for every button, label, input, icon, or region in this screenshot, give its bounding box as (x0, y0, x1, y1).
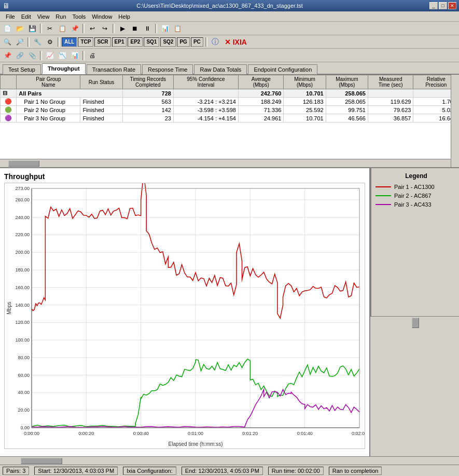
toolbar-1: 📄 📂 💾 ✂ 📋 📌 ↩ ↪ ▶ ⏹ ⏸ 📊 📋 (0, 22, 459, 35)
pair1-icon: 🔴 (1, 98, 17, 106)
btn-d[interactable]: 📈 (44, 50, 55, 61)
col-confidence: 95% ConfidenceInterval (173, 75, 238, 89)
menu-help[interactable]: Help (115, 12, 133, 21)
new-button[interactable]: 📄 (2, 23, 13, 34)
col-average: Average(Mbps) (238, 75, 284, 89)
table-row[interactable]: 🔴 Pair 1 No Group Finished 563 -3.214 : … (1, 98, 459, 106)
all-time (368, 89, 413, 98)
cut-button[interactable]: ✂ (44, 23, 55, 34)
chart-button[interactable]: 📊 (159, 23, 171, 34)
pair2-time: 79.623 (368, 106, 413, 114)
zoom-out-button[interactable]: 🔎 (14, 37, 25, 47)
start-button[interactable]: ▶ (117, 23, 128, 34)
legend-label-pair3: Pair 3 - AC433 (394, 201, 432, 208)
btn-g[interactable]: 🖨 (87, 50, 98, 61)
tab-raw-data-totals[interactable]: Raw Data Totals (194, 64, 247, 74)
btn-e[interactable]: 📉 (57, 50, 68, 61)
close-button[interactable]: ✕ (448, 2, 456, 9)
col-maximum: Maximum(Mbps) (326, 75, 368, 89)
status-bar: Pairs: 3 Start: 12/30/2013, 4:03:03 PM I… (0, 465, 459, 476)
data-table: Pair GroupName Run Status Timing Records… (0, 75, 459, 168)
v-scrollbar[interactable] (451, 75, 459, 167)
table-row[interactable]: 🟣 Pair 3 No Group Finished 23 -4.154 : +… (1, 114, 459, 123)
table-button[interactable]: 📋 (172, 23, 183, 34)
tab-endpoint-config[interactable]: Endpoint Configuration (248, 64, 317, 74)
scr-badge[interactable]: SCR (94, 37, 110, 47)
menu-tools[interactable]: Tools (69, 12, 89, 21)
pair2-icon: 🟢 (1, 106, 17, 114)
table-row-all[interactable]: ⊟ All Pairs 728 242.760 10.701 258.065 (1, 89, 459, 98)
pair1-confidence: -3.214 : +3.214 (173, 98, 238, 106)
window-controls[interactable]: _ □ ✕ (429, 2, 456, 9)
info-button[interactable]: ⓘ (210, 37, 221, 47)
btn-b[interactable]: 🔗 (14, 50, 25, 61)
tab-transaction-rate[interactable]: Transaction Rate (87, 64, 141, 74)
pause-button[interactable]: ⏸ (142, 23, 153, 34)
status-ixia: Ixia Configuration: (123, 467, 176, 475)
chart-h-scrollbar[interactable] (0, 456, 459, 465)
tab-throughput[interactable]: Throughput (42, 63, 86, 74)
menu-run[interactable]: Run (52, 12, 69, 21)
chart-area: Throughput Legend Pair 1 - AC1300 Pair 2… (0, 168, 459, 456)
menu-file[interactable]: File (3, 12, 18, 21)
legend-line-pair2 (375, 195, 391, 196)
toolbar-2: 🔍 🔎 🔧 ⚙ ALL TCP SCR EP1 EP2 SQ1 SQ2 PG P… (0, 35, 459, 49)
copy-button[interactable]: 📋 (57, 23, 68, 34)
pair1-maximum: 258.065 (326, 98, 368, 106)
table-row[interactable]: 🟢 Pair 2 No Group Finished 142 -3.598 : … (1, 106, 459, 114)
pair2-name: Pair 2 No Group (17, 106, 80, 114)
tab-test-setup[interactable]: Test Setup (3, 64, 41, 74)
menu-window[interactable]: Window (89, 12, 115, 21)
undo-button[interactable]: ↩ (87, 23, 98, 34)
tcp-badge[interactable]: TCP (78, 37, 93, 47)
ep2-badge[interactable]: EP2 (128, 37, 143, 47)
minimize-button[interactable]: _ (429, 2, 438, 9)
zoom-in-button[interactable]: 🔍 (2, 37, 13, 47)
legend-title: Legend (375, 172, 457, 180)
legend-line-pair3 (375, 204, 391, 205)
pg-badge[interactable]: PG (177, 37, 189, 47)
ixia-logo: ✕ IXIA (225, 38, 247, 46)
menu-edit[interactable]: Edit (18, 12, 34, 21)
legend-item-pair2: Pair 2 - AC867 (375, 193, 457, 199)
save-button[interactable]: 💾 (26, 23, 38, 34)
tab-response-time[interactable]: Response Time (142, 64, 193, 74)
open-button[interactable]: 📂 (14, 23, 25, 34)
btn-f[interactable]: 📊 (69, 50, 80, 61)
legend-label-pair2: Pair 2 - AC867 (394, 193, 432, 199)
sep2 (82, 24, 85, 33)
settings-button[interactable]: ⚙ (44, 37, 55, 47)
pair1-time: 119.629 (368, 98, 413, 106)
btn-a[interactable]: 📌 (2, 50, 13, 61)
all-minimum: 10.701 (284, 89, 326, 98)
pair1-name: Pair 1 No Group (17, 98, 80, 106)
status-end: End: 12/30/2013, 4:05:03 PM (182, 467, 263, 475)
throughput-canvas[interactable] (4, 183, 365, 449)
stop-button[interactable]: ⏹ (129, 23, 141, 34)
redo-button[interactable]: ↪ (99, 23, 110, 34)
maximize-button[interactable]: □ (439, 2, 447, 9)
sep5 (27, 37, 30, 47)
pair2-confidence: -3.598 : +3.598 (173, 106, 238, 114)
ep1-badge[interactable]: EP1 (112, 37, 127, 47)
sep7 (205, 37, 207, 47)
status-completion: Ran to completion (329, 467, 382, 475)
pair3-minimum: 10.701 (284, 114, 326, 123)
menu-view[interactable]: View (34, 12, 53, 21)
col-minimum: Minimum(Mbps) (284, 75, 326, 89)
h-scrollbar[interactable] (0, 159, 451, 167)
main-content: Pair GroupName Run Status Timing Records… (0, 75, 459, 465)
tab-bar: Test Setup Throughput Transaction Rate R… (0, 62, 459, 75)
all-badge[interactable]: ALL (62, 37, 77, 47)
sq1-badge[interactable]: SQ1 (144, 37, 159, 47)
col-pair-name: Pair GroupName (17, 75, 80, 89)
sq2-badge[interactable]: SQ2 (160, 37, 176, 47)
all-expand[interactable]: ⊟ (1, 89, 17, 98)
paste-button[interactable]: 📌 (69, 23, 80, 34)
legend-v-scrollbar[interactable] (370, 316, 459, 456)
legend-item-pair3: Pair 3 - AC433 (375, 201, 457, 208)
filter-button[interactable]: 🔧 (32, 37, 43, 47)
pc-badge[interactable]: PC (191, 37, 203, 47)
sep9 (82, 51, 85, 60)
btn-c[interactable]: 📎 (26, 50, 38, 61)
